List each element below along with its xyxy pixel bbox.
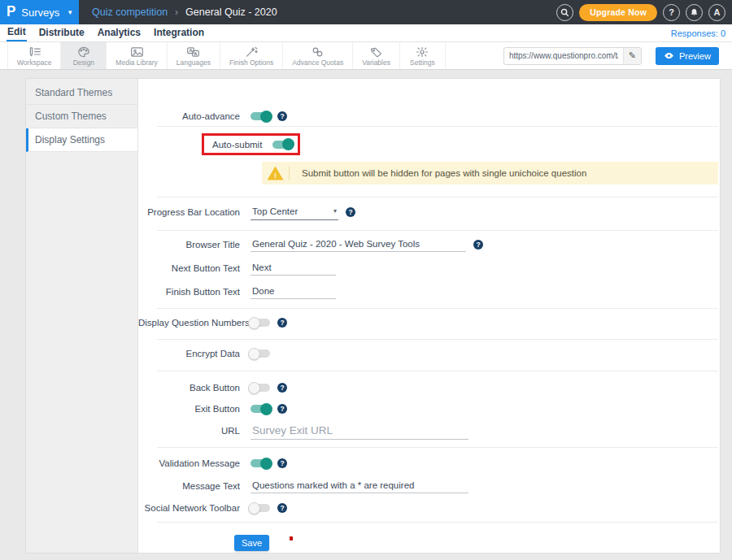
chevron-down-icon: ▾: [333, 207, 337, 215]
preview-button[interactable]: Preview: [656, 47, 719, 65]
progress-bar-select[interactable]: Top Center ▾: [251, 205, 338, 220]
search-icon[interactable]: [556, 4, 573, 21]
responses-count[interactable]: Responses: 0: [671, 28, 725, 38]
breadcrumb-survey-name: General Quiz - 2020: [185, 7, 277, 18]
exit-button-toggle[interactable]: [251, 405, 270, 413]
tab-integration[interactable]: Integration: [153, 25, 205, 41]
display-settings-content: Auto-advance ? Auto-submit ! Submit butt…: [138, 79, 720, 553]
avatar[interactable]: A: [708, 4, 725, 21]
toolbar-item-finish-options[interactable]: Finish Options: [220, 42, 283, 69]
finish-button-row: Finish Button Text: [138, 283, 720, 301]
toolbar-item-design[interactable]: Design: [61, 42, 107, 69]
divider: [157, 371, 718, 371]
breadcrumb: Quiz competition › General Quiz - 2020: [92, 7, 277, 18]
toolbar-item-workspace[interactable]: Workspace: [7, 42, 61, 69]
divider: [157, 197, 718, 198]
save-row: Save: [234, 534, 720, 552]
message-text-label: Message Text: [138, 481, 251, 491]
finish-button-label: Finish Button Text: [138, 287, 251, 297]
breadcrumb-folder[interactable]: Quiz competition: [92, 7, 168, 18]
preview-label: Preview: [679, 51, 711, 61]
exit-url-row: URL: [138, 421, 720, 441]
toolbar-item-languages[interactable]: Languages: [168, 42, 220, 69]
chain-links-icon: [311, 46, 325, 58]
browser-title-label: Browser Title: [138, 240, 251, 250]
auto-advance-toggle[interactable]: [251, 112, 270, 120]
question-numbers-label: Display Question Numbers: [138, 318, 251, 328]
toolbar-item-media-library[interactable]: Media Library: [107, 42, 168, 69]
message-text-input[interactable]: [251, 479, 468, 493]
divider: [157, 308, 718, 309]
exit-button-help-icon[interactable]: ?: [277, 404, 287, 414]
social-toolbar-row: Social Network Toolbar ?: [138, 498, 720, 518]
question-numbers-toggle[interactable]: [251, 319, 270, 327]
toolbar-item-advance-quotas[interactable]: Advance Quotas: [283, 42, 353, 69]
upgrade-now-button[interactable]: Upgrade Now: [579, 4, 657, 21]
edit-url-pencil-icon[interactable]: ✎: [623, 48, 641, 64]
progress-bar-help-icon[interactable]: ?: [346, 207, 355, 217]
annotation-red-box: Auto-submit: [202, 133, 300, 155]
help-icon[interactable]: ?: [663, 4, 680, 21]
auto-submit-label: Auto-submit: [212, 140, 262, 150]
next-button-label: Next Button Text: [138, 263, 251, 273]
validation-message-help-icon[interactable]: ?: [277, 458, 287, 468]
auto-advance-label: Auto-advance: [138, 111, 251, 121]
browser-title-help-icon[interactable]: ?: [473, 240, 483, 250]
next-button-input[interactable]: [251, 261, 336, 276]
chevron-down-icon: ▼: [67, 9, 73, 16]
social-toolbar-label: Social Network Toolbar: [138, 503, 251, 513]
magic-wand-icon: [245, 46, 259, 58]
questionpro-logo-icon: P: [7, 4, 15, 21]
save-button[interactable]: Save: [234, 535, 269, 551]
brand-block[interactable]: P Surveys ▼: [0, 0, 79, 24]
back-button-toggle[interactable]: [251, 384, 270, 392]
main-panel: Standard Themes Custom Themes Display Se…: [25, 78, 721, 553]
auto-advance-help-icon[interactable]: ?: [277, 111, 287, 121]
tab-analytics[interactable]: Analytics: [97, 25, 142, 41]
auto-submit-toggle[interactable]: [272, 141, 292, 149]
social-toolbar-help-icon[interactable]: ?: [277, 503, 287, 513]
validation-message-toggle[interactable]: [251, 459, 270, 467]
encrypt-data-row: Encrypt Data: [138, 344, 720, 363]
divider: [157, 447, 718, 448]
social-toolbar-toggle[interactable]: [251, 504, 270, 512]
divider: [157, 230, 718, 231]
finish-button-input[interactable]: [251, 284, 336, 299]
sidebar-item-standard-themes[interactable]: Standard Themes: [26, 81, 137, 105]
surveys-menu-label: Surveys: [21, 7, 59, 19]
question-numbers-row: Display Question Numbers ?: [138, 313, 720, 332]
browser-title-input[interactable]: [251, 237, 466, 252]
palette-icon: [77, 46, 90, 58]
eye-icon: [664, 52, 674, 59]
exit-url-input[interactable]: [251, 423, 468, 440]
design-toolbar: Workspace Design Media Library Languages…: [0, 42, 732, 70]
exit-button-row: Exit Button ?: [138, 399, 720, 419]
survey-url-input[interactable]: [504, 51, 623, 60]
warning-text: Submit button will be hidden for pages w…: [302, 168, 586, 178]
next-button-row: Next Button Text: [138, 259, 720, 277]
tab-distribute[interactable]: Distribute: [38, 25, 85, 41]
sidebar-item-display-settings[interactable]: Display Settings: [26, 128, 137, 152]
translate-icon: [186, 46, 200, 58]
back-button-row: Back Button ?: [138, 378, 720, 397]
sidebar-item-custom-themes[interactable]: Custom Themes: [26, 105, 137, 128]
themes-sidebar: Standard Themes Custom Themes Display Se…: [26, 79, 138, 553]
warning-icon-wrap: !: [262, 166, 290, 180]
back-button-help-icon[interactable]: ?: [277, 383, 287, 393]
progress-bar-row: Progress Bar Location Top Center ▾ ?: [138, 202, 720, 222]
validation-message-row: Validation Message ?: [138, 454, 720, 473]
warning-banner: ! Submit button will be hidden for pages…: [262, 162, 718, 184]
toolbar-item-variables[interactable]: Variables: [353, 42, 400, 69]
divider: [157, 339, 718, 340]
notifications-bell-icon[interactable]: [686, 4, 703, 21]
progress-bar-value: Top Center: [252, 206, 298, 216]
question-numbers-help-icon[interactable]: ?: [277, 318, 287, 328]
toolbar-item-settings[interactable]: Settings: [400, 42, 446, 69]
validation-message-label: Validation Message: [138, 458, 251, 468]
progress-bar-label: Progress Bar Location: [138, 207, 251, 217]
breadcrumb-separator-icon: ›: [175, 7, 178, 18]
message-text-row: Message Text: [138, 477, 720, 495]
tab-edit[interactable]: Edit: [7, 24, 27, 41]
divider: [157, 522, 718, 523]
encrypt-data-toggle[interactable]: [251, 349, 270, 358]
